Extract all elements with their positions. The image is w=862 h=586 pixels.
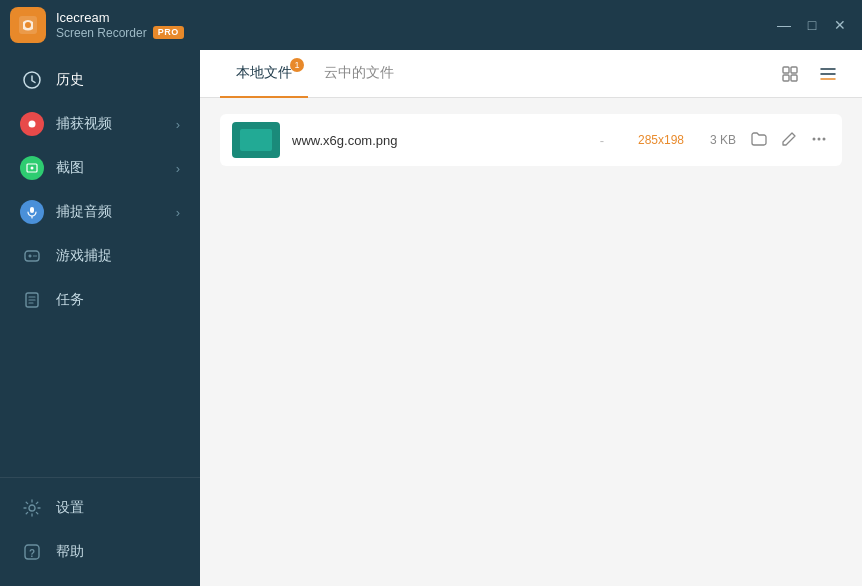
edit-button[interactable] [778,128,800,153]
minimize-button[interactable]: — [774,15,794,35]
svg-rect-21 [791,67,797,73]
svg-rect-8 [25,251,39,261]
sidebar-item-screenshot[interactable]: 截图 › [0,146,200,190]
game-capture-icon [20,244,44,268]
more-options-button[interactable] [808,128,830,153]
main-layout: 历史 捕获视频 › [0,50,862,586]
sidebar-item-game-capture[interactable]: 游戏捕捉 [0,234,200,278]
svg-point-28 [818,137,821,140]
svg-point-12 [35,255,37,257]
tabs-left: 本地文件 1 云中的文件 [220,50,410,98]
sidebar: 历史 捕获视频 › [0,50,200,586]
close-button[interactable]: ✕ [830,15,850,35]
sidebar-item-capture-video[interactable]: 捕获视频 › [0,102,200,146]
settings-label: 设置 [56,499,84,517]
svg-point-3 [29,121,36,128]
file-actions [748,128,830,153]
help-label: 帮助 [56,543,84,561]
app-title-line1: Icecream [56,10,184,26]
app-subtitle-row: Screen Recorder PRO [56,26,184,40]
svg-point-5 [31,167,34,170]
svg-rect-20 [783,67,789,73]
help-icon: ? [20,540,44,564]
capture-audio-label: 捕捉音频 [56,203,112,221]
settings-icon [20,496,44,520]
svg-point-11 [33,255,35,257]
svg-point-29 [823,137,826,140]
sidebar-item-task[interactable]: 任务 [0,278,200,322]
task-icon [20,288,44,312]
tab-local-files[interactable]: 本地文件 1 [220,50,308,98]
pro-badge: PRO [153,26,184,39]
open-folder-button[interactable] [748,128,770,153]
screenshot-label: 截图 [56,159,84,177]
sidebar-top: 历史 捕获视频 › [0,50,200,477]
file-thumbnail [232,122,280,158]
table-row: www.x6g.com.png - 285x198 3 KB [220,114,842,166]
svg-point-27 [813,137,816,140]
sidebar-bottom: 设置 ? 帮助 [0,477,200,586]
screenshot-icon [20,156,44,180]
svg-rect-22 [783,75,789,81]
content-area: 本地文件 1 云中的文件 [200,50,862,586]
chevron-right-icon: › [176,205,180,220]
file-dimensions: 285x198 [624,133,684,147]
capture-video-icon [20,112,44,136]
svg-point-17 [29,505,35,511]
file-size: 3 KB [696,133,736,147]
svg-point-1 [25,22,31,28]
tabs-right [776,60,842,88]
chevron-right-icon: › [176,117,180,132]
window-controls: — □ ✕ [774,15,850,35]
svg-rect-6 [30,207,34,213]
app-branding: Icecream Screen Recorder PRO [10,7,184,43]
app-logo [10,7,46,43]
sidebar-item-history[interactable]: 历史 [0,58,200,102]
sidebar-item-help[interactable]: ? 帮助 [0,530,200,574]
file-list: www.x6g.com.png - 285x198 3 KB [200,98,862,586]
tab-cloud-files[interactable]: 云中的文件 [308,50,410,98]
thumbnail-image [240,129,272,151]
sidebar-item-settings[interactable]: 设置 [0,486,200,530]
app-title-line2: Screen Recorder [56,26,147,40]
game-capture-label: 游戏捕捉 [56,247,112,265]
local-files-badge: 1 [290,58,304,72]
task-label: 任务 [56,291,84,309]
maximize-button[interactable]: □ [802,15,822,35]
svg-text:?: ? [29,548,35,559]
tabs-bar: 本地文件 1 云中的文件 [200,50,862,98]
chevron-right-icon: › [176,161,180,176]
grid-view-button[interactable] [776,60,804,88]
file-separator: - [600,133,604,148]
title-bar: Icecream Screen Recorder PRO — □ ✕ [0,0,862,50]
capture-audio-icon [20,200,44,224]
history-label: 历史 [56,71,84,89]
sidebar-item-capture-audio[interactable]: 捕捉音频 › [0,190,200,234]
list-view-button[interactable] [814,60,842,88]
file-name: www.x6g.com.png [292,133,580,148]
capture-video-label: 捕获视频 [56,115,112,133]
svg-rect-23 [791,75,797,81]
app-title-block: Icecream Screen Recorder PRO [56,10,184,40]
clock-icon [20,68,44,92]
